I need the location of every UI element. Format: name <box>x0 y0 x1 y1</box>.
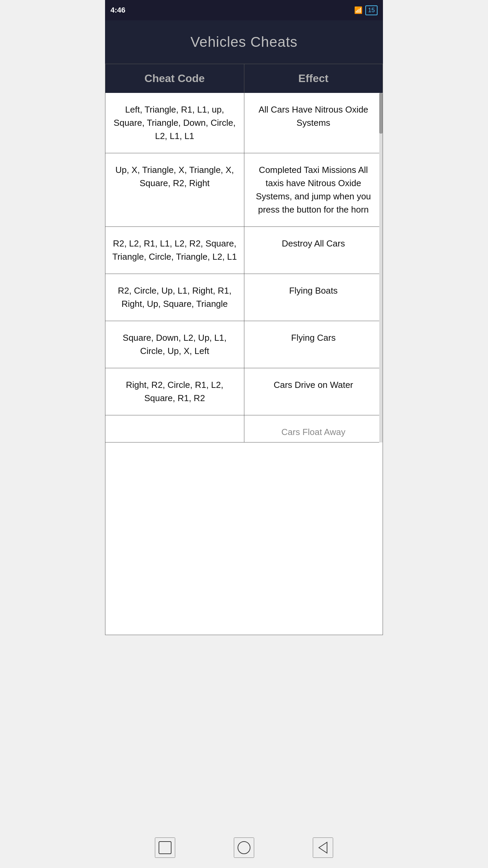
effect-cell: Cars Float Away <box>244 415 383 442</box>
cheat-code-cell: Up, X, Triangle, X, Triangle, X, Square,… <box>105 153 244 226</box>
svg-point-1 <box>238 842 250 854</box>
recents-button[interactable] <box>155 837 175 858</box>
back-icon <box>316 840 330 855</box>
header-cheat-code: Cheat Code <box>105 64 244 93</box>
status-time: 4:46 <box>110 6 125 15</box>
home-icon <box>237 840 251 855</box>
effect-cell: Flying Cars <box>244 321 383 368</box>
cheat-code-cell: R2, Circle, Up, L1, Right, R1, Right, Up… <box>105 274 244 321</box>
cheat-code-cell: Left, Triangle, R1, L1, up, Square, Tria… <box>105 93 244 153</box>
cheat-code-cell: Right, R2, Circle, R1, L2, Square, R1, R… <box>105 368 244 415</box>
table-row: Cars Float Away <box>105 415 383 442</box>
spacer <box>105 635 383 827</box>
table-row: R2, L2, R1, L1, L2, R2, Square, Triangle… <box>105 227 383 274</box>
table-row: R2, Circle, Up, L1, Right, R1, Right, Up… <box>105 274 383 321</box>
cheats-table: Cheat Code Effect Left, Triangle, R1, L1… <box>105 64 383 635</box>
navigation-bar <box>105 827 383 868</box>
table-row: Square, Down, L2, Up, L1, Circle, Up, X,… <box>105 321 383 368</box>
cheat-code-cell <box>105 415 244 442</box>
effect-cell: Flying Boats <box>244 274 383 321</box>
effect-cell: Destroy All Cars <box>244 227 383 274</box>
page-title-container: Vehicles Cheats <box>105 20 383 64</box>
signal-icon: 📶 <box>354 6 363 14</box>
cheat-code-cell: Square, Down, L2, Up, L1, Circle, Up, X,… <box>105 321 244 368</box>
table-row: Left, Triangle, R1, L1, up, Square, Tria… <box>105 93 383 153</box>
svg-marker-2 <box>319 842 327 853</box>
table-row: Right, R2, Circle, R1, L2, Square, R1, R… <box>105 368 383 415</box>
effect-cell: Completed Taxi Missions All taxis have N… <box>244 153 383 226</box>
effect-cell: All Cars Have Nitrous Oxide Systems <box>244 93 383 153</box>
header-effect: Effect <box>244 64 383 93</box>
home-button[interactable] <box>234 837 254 858</box>
table-body: Left, Triangle, R1, L1, up, Square, Tria… <box>105 93 383 442</box>
effect-cell: Cars Drive on Water <box>244 368 383 415</box>
page-title: Vehicles Cheats <box>112 34 376 50</box>
cheat-code-cell: R2, L2, R1, L1, L2, R2, Square, Triangle… <box>105 227 244 274</box>
status-bar: 4:46 📶 15 <box>105 0 383 20</box>
status-right: 📶 15 <box>354 5 378 15</box>
svg-rect-0 <box>159 842 171 854</box>
back-button[interactable] <box>313 837 333 858</box>
table-header: Cheat Code Effect <box>105 64 383 93</box>
battery-indicator: 15 <box>365 5 378 15</box>
table-row: Up, X, Triangle, X, Triangle, X, Square,… <box>105 153 383 227</box>
recents-icon <box>158 840 172 855</box>
